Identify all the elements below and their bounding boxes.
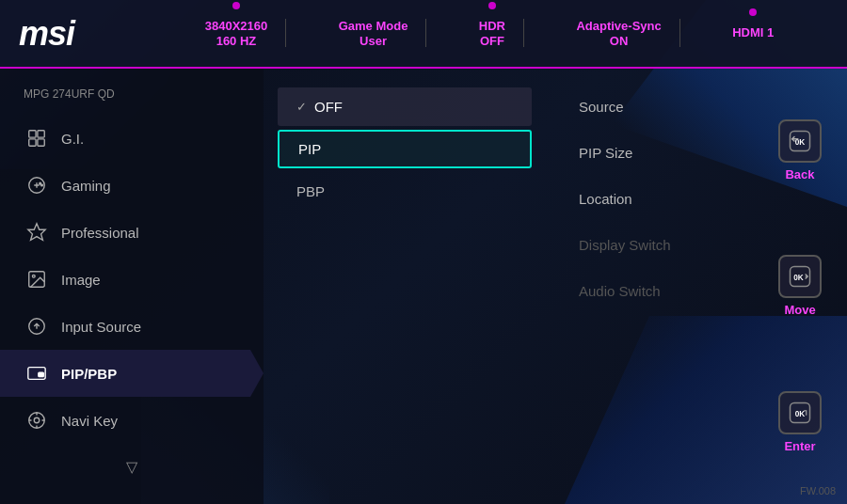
sidebar-item-input-source[interactable]: Input Source [0,303,264,350]
sidebar-item-gi[interactable]: G.I. [0,115,264,162]
svg-point-6 [41,184,43,186]
scroll-down-arrow[interactable]: ▽ [0,444,264,490]
header-hdr[interactable]: HDR OFF [460,19,524,49]
svg-point-9 [32,275,35,277]
game-mode-value: User [360,34,387,48]
input-label: HDMI 1 [732,25,774,41]
header-resolution[interactable]: 3840X2160 160 HZ [186,19,287,49]
image-icon [24,266,50,292]
svg-rect-12 [39,372,44,377]
content-area: MPG 274URF QD G.I. [0,69,847,504]
right-option-source[interactable]: Source [569,87,729,126]
sidebar-item-navi-key[interactable]: Navi Key [0,397,264,444]
fw-version: FW.008 [800,485,836,496]
input-dot [749,8,757,16]
navi-key-icon [24,407,50,433]
logo-area: msi [19,14,151,54]
svg-rect-1 [38,131,44,137]
svg-marker-7 [28,224,45,240]
right-option-display-switch[interactable]: Display Switch [569,226,729,264]
gi-icon [24,125,50,151]
right-option-audio-switch[interactable]: Audio Switch [569,272,729,310]
professional-icon [24,219,50,245]
monitor-model: MPG 274URF QD [0,83,264,115]
svg-text:0K: 0K [795,410,806,418]
option-pbp-label: PBP [296,183,325,199]
right-option-location[interactable]: Location [569,180,729,218]
back-label: Back [785,167,814,181]
move-button[interactable]: 0K Move [778,255,822,317]
sidebar-item-pip-pbp[interactable]: PIP/PBP [0,350,264,397]
back-button[interactable]: 0K Back [778,119,822,181]
sidebar-label-gaming: Gaming [61,178,111,194]
sidebar-item-image[interactable]: Image [0,256,264,303]
msi-logo: msi [19,14,74,54]
svg-rect-2 [29,139,36,146]
move-icon: 0K [778,255,822,298]
resolution-value: 160 HZ [216,34,257,48]
adaptive-sync-label: Adaptive-Sync [576,19,661,35]
check-icon: ✓ [296,100,307,114]
option-pip[interactable]: PIP [278,130,532,168]
gaming-icon [24,172,50,198]
sidebar-label-image: Image [61,272,101,288]
header-input[interactable]: HDMI 1 [713,25,792,41]
enter-icon: 0K [778,391,822,434]
hdr-value: OFF [480,34,504,48]
svg-rect-0 [29,131,36,137]
header-nav: 3840X2160 160 HZ Game Mode User HDR OFF … [151,19,828,49]
sidebar: MPG 274URF QD G.I. [0,69,264,504]
game-mode-label: Game Mode [339,19,408,35]
option-pbp[interactable]: PBP [278,172,532,211]
header-game-mode[interactable]: Game Mode User [320,19,427,49]
middle-panel: ✓ OFF PIP PBP [264,69,546,504]
sidebar-label-professional: Professional [61,225,139,241]
adaptive-sync-value: ON [610,34,629,48]
svg-point-14 [34,417,40,423]
svg-text:0K: 0K [793,274,804,282]
hdr-dot [488,2,496,9]
option-off[interactable]: ✓ OFF [278,87,532,126]
hdr-label: HDR [479,19,505,35]
resolution-label: 3840X2160 [205,19,268,35]
header-adaptive-sync[interactable]: Adaptive-Sync ON [557,19,679,49]
svg-rect-3 [38,139,44,146]
right-option-pip-size[interactable]: PIP Size [569,134,729,172]
move-label: Move [784,303,815,317]
back-icon: 0K [778,119,822,163]
sidebar-item-professional[interactable]: Professional [0,209,264,256]
header-bar: msi 3840X2160 160 HZ Game Mode User HDR … [0,0,847,69]
option-off-label: OFF [314,99,343,115]
pip-pbp-icon [24,360,50,386]
option-pip-label: PIP [298,141,321,157]
sidebar-label-navi-key: Navi Key [61,413,118,429]
right-panel: Source PIP Size Location Display Switch … [546,69,753,504]
resolution-dot [232,2,240,9]
input-source-icon [24,313,50,339]
sidebar-label-gi: G.I. [61,131,84,147]
controls-panel: 0K Back 0K Move [753,69,847,504]
svg-point-5 [40,182,41,184]
main-layout: msi 3840X2160 160 HZ Game Mode User HDR … [0,0,847,504]
sidebar-label-input-source: Input Source [61,319,141,335]
enter-button[interactable]: 0K Enter [778,391,822,453]
sidebar-item-gaming[interactable]: Gaming [0,162,264,209]
sidebar-label-pip-pbp: PIP/PBP [61,366,117,382]
enter-label: Enter [784,439,815,453]
